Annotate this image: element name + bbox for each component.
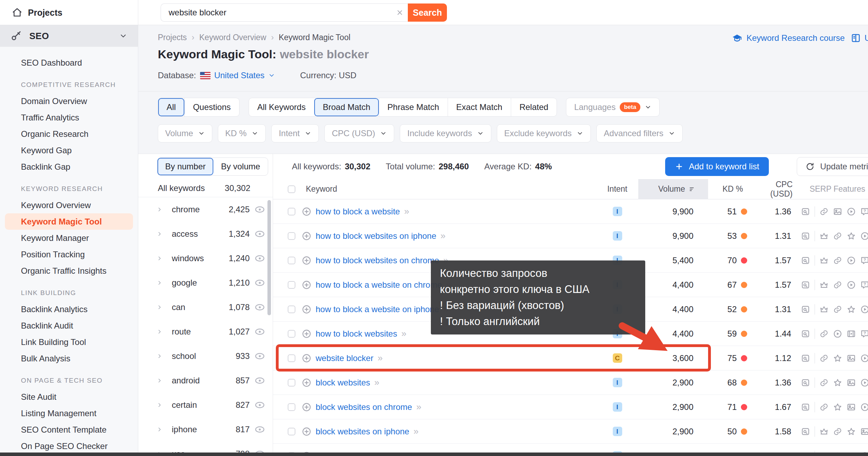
expand-keyword-icon[interactable]: » [416,402,421,412]
add-keyword-icon[interactable] [302,256,311,265]
user-manual-link[interactable]: U [851,33,868,43]
header-volume[interactable]: Volume [638,179,708,199]
sidebar-item[interactable]: Traffic Analytics [0,109,138,126]
eye-icon[interactable] [255,278,265,288]
keyword-link[interactable]: website blocker [316,353,373,363]
groups-scrollbar[interactable] [267,200,271,315]
sidebar-item[interactable]: Site Audit [0,389,138,405]
eye-icon[interactable] [255,302,265,312]
keyword-link[interactable]: how to block a website [316,207,400,216]
breadcrumb-keyword-overview[interactable]: Keyword Overview [199,33,266,42]
expand-keyword-icon[interactable]: » [401,328,406,339]
tab[interactable]: Exact Match [448,98,511,116]
filter-dropdown[interactable]: Exclude keywords [497,124,591,142]
add-keyword-icon[interactable] [302,353,311,363]
eye-icon[interactable] [255,204,265,215]
keyword-group-item[interactable]: iphone 817 [138,417,273,442]
expand-keyword-icon[interactable]: » [374,377,379,388]
sidebar-item[interactable]: Listing Management [0,405,138,421]
eye-icon[interactable] [255,351,265,361]
keyword-group-item[interactable]: windows 1,240 [138,246,273,271]
row-checkbox[interactable] [288,379,295,387]
sort-by-number-button[interactable]: By number [157,158,213,175]
expand-keyword-icon[interactable]: » [377,353,382,363]
row-checkbox[interactable] [288,208,295,215]
add-keyword-icon[interactable] [302,402,311,412]
keyword-link[interactable]: block websites [316,378,370,388]
row-checkbox[interactable] [288,306,295,313]
search-button[interactable]: Search [408,3,447,22]
keyword-group-item[interactable]: access 1,324 [138,222,273,246]
row-checkbox[interactable] [288,428,295,435]
sidebar-item[interactable]: Organic Research [0,126,138,142]
chevron-right-icon[interactable] [156,206,163,213]
eye-icon[interactable] [255,229,265,239]
tab[interactable]: All Keywords [249,98,314,116]
tab[interactable]: Broad Match [314,98,378,116]
keyword-link[interactable]: how to block a website on iphone [316,304,439,314]
chevron-right-icon[interactable] [156,280,163,286]
keyword-link[interactable]: block websites on chrome [316,402,412,412]
keyword-group-item[interactable]: can 1,078 [138,295,273,319]
sidebar-item[interactable]: Backlink Gap [0,159,138,175]
sidebar-item[interactable]: Backlink Audit [0,317,138,334]
tab[interactable]: Related [511,98,557,116]
expand-keyword-icon[interactable]: » [441,230,446,241]
row-checkbox[interactable] [288,403,295,411]
sidebar-item[interactable]: SEO Dashboard [0,54,138,71]
filter-dropdown[interactable]: CPC (USD) [324,124,394,142]
chevron-right-icon[interactable] [156,353,163,359]
row-checkbox[interactable] [288,257,295,264]
header-keyword[interactable]: Keyword [295,184,596,194]
sidebar-item[interactable]: Keyword Overview [0,197,138,213]
row-checkbox[interactable] [288,354,295,362]
chevron-right-icon[interactable] [156,402,163,408]
groups-header[interactable]: All keywords 30,302 [138,179,273,197]
keyword-group-item[interactable]: school 933 [138,344,273,368]
eye-icon[interactable] [255,424,265,435]
add-keyword-icon[interactable] [302,427,311,436]
add-to-keyword-list-button[interactable]: Add to keyword list [665,157,769,176]
expand-keyword-icon[interactable]: » [404,206,409,217]
filter-dropdown[interactable]: Include keywords [400,124,491,142]
select-all-checkbox[interactable] [288,185,295,193]
row-checkbox[interactable] [288,232,295,240]
sidebar-item[interactable]: Backlink Analytics [0,301,138,317]
keyword-group-item[interactable]: certain 827 [138,393,273,417]
add-keyword-icon[interactable] [302,329,311,339]
eye-icon[interactable] [255,400,265,410]
filter-dropdown[interactable]: Advanced filters [596,124,683,142]
sidebar-item[interactable]: Domain Overview [0,93,138,109]
add-keyword-icon[interactable] [302,378,311,388]
header-kd[interactable]: KD % [708,184,753,194]
sidebar-item[interactable]: SEO Content Template [0,421,138,438]
chevron-right-icon[interactable] [156,329,163,335]
keyword-link[interactable]: how to block a website on chrome [316,280,442,290]
sidebar-item[interactable]: On Page SEO Checker [0,438,138,454]
projects-home[interactable]: Projects [0,0,138,25]
row-checkbox[interactable] [288,330,295,338]
header-serp-features[interactable]: SERP Features [798,184,868,194]
add-keyword-icon[interactable] [302,231,311,241]
row-checkbox[interactable] [288,281,295,289]
add-keyword-icon[interactable] [302,280,311,290]
keyword-group-item[interactable]: android 857 [138,368,273,393]
keyword-research-course-link[interactable]: Keyword Research course [732,33,845,43]
keyword-group-item[interactable]: chrome 2,425 [138,197,273,222]
breadcrumb-projects[interactable]: Projects [158,33,187,42]
search-input[interactable] [161,8,392,17]
sort-by-volume-button[interactable]: By volume [213,158,268,175]
filter-dropdown[interactable]: Intent [271,124,319,142]
expand-keyword-icon[interactable]: » [413,426,418,437]
sidebar-item[interactable]: Keyword Manager [0,230,138,246]
keyword-link[interactable]: how to block websites on chrome [316,256,439,265]
eye-icon[interactable] [255,375,265,386]
sidebar-section-seo[interactable]: SEO [0,25,138,47]
sidebar-item[interactable]: Keyword Gap [0,142,138,159]
tab[interactable]: All [158,98,184,116]
chevron-right-icon[interactable] [156,231,163,237]
add-keyword-icon[interactable] [302,304,311,314]
keyword-link[interactable]: block websites on iphone [316,427,409,436]
chevron-right-icon[interactable] [156,304,163,310]
database-selector[interactable]: United States [200,71,275,80]
